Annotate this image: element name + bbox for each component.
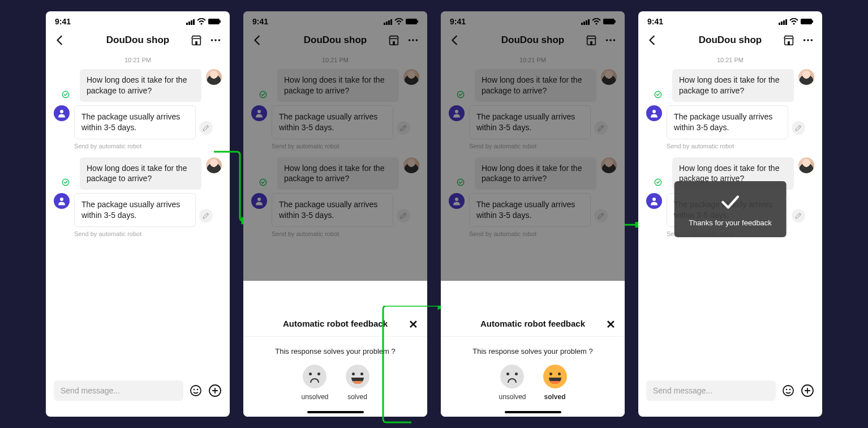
more-icon[interactable] bbox=[209, 34, 222, 46]
signal-icon bbox=[581, 18, 590, 25]
phone-screen-3: 9:41 DouDou shop 10:21 PM How long does … bbox=[441, 11, 625, 417]
status-bar: 9:41 bbox=[46, 11, 230, 29]
message-row-user: How long does it take for the package to… bbox=[449, 69, 617, 102]
feedback-icon[interactable] bbox=[792, 209, 805, 222]
user-avatar[interactable] bbox=[403, 157, 419, 173]
chat-body: 10:21 PM How long does it take for the p… bbox=[441, 54, 625, 417]
signal-icon bbox=[779, 18, 787, 25]
bot-subnote: Send by automatic robot bbox=[272, 230, 419, 237]
message-input[interactable]: Send message... bbox=[54, 380, 183, 401]
user-message-bubble: How long does it take for the package to… bbox=[277, 69, 399, 102]
user-avatar[interactable] bbox=[601, 69, 617, 85]
message-input-bar: Send message... bbox=[638, 375, 822, 417]
flow-arrow bbox=[377, 306, 445, 428]
more-icon[interactable] bbox=[407, 34, 419, 46]
bot-subnote: Send by automatic robot bbox=[469, 143, 617, 149]
feedback-icon[interactable] bbox=[397, 209, 410, 222]
bot-avatar[interactable] bbox=[646, 193, 662, 209]
battery-icon bbox=[208, 19, 221, 24]
bot-message-bubble: The package usually arrives within 3-5 d… bbox=[272, 193, 393, 227]
status-bar: 9:41 bbox=[243, 11, 427, 29]
bot-subnote: Send by automatic robot bbox=[469, 230, 617, 237]
chat-header: DouDou shop bbox=[46, 29, 230, 54]
user-avatar[interactable] bbox=[798, 69, 814, 85]
bot-avatar[interactable] bbox=[449, 105, 465, 121]
signal-icon bbox=[384, 18, 392, 25]
delivered-check-icon bbox=[259, 178, 267, 186]
feedback-icon[interactable] bbox=[397, 121, 410, 135]
user-avatar[interactable] bbox=[798, 157, 814, 173]
feedback-toast: Thanks for your feedback bbox=[674, 181, 787, 237]
battery-icon bbox=[603, 19, 616, 24]
delivered-check-icon bbox=[457, 91, 465, 99]
message-row-bot: The package usually arrives within 3-5 d… bbox=[54, 193, 222, 227]
user-message-bubble: How long does it take for the package to… bbox=[80, 69, 201, 102]
message-row-user: How long does it take for the package to… bbox=[251, 157, 419, 190]
user-avatar[interactable] bbox=[206, 69, 222, 85]
status-time: 9:41 bbox=[55, 17, 71, 26]
back-icon[interactable] bbox=[54, 34, 66, 46]
shop-icon[interactable] bbox=[783, 34, 795, 46]
shop-icon[interactable] bbox=[585, 34, 598, 46]
chat-body: 10:21 PM How long does it take for the p… bbox=[46, 54, 230, 375]
bot-message-bubble: The package usually arrives within 3-5 d… bbox=[74, 193, 196, 227]
phone-screen-1: 9:41 DouDou shop 10:21 PM How long does … bbox=[46, 11, 230, 417]
user-message-bubble: How long does it take for the package to… bbox=[277, 157, 399, 190]
more-icon[interactable] bbox=[802, 34, 814, 46]
message-row-user: How long does it take for the package to… bbox=[646, 69, 814, 102]
phone-screen-4: 9:41 DouDou shop 10:21 PM How long does … bbox=[638, 11, 822, 417]
message-row-user: How long does it take for the package to… bbox=[54, 157, 222, 190]
user-message-bubble: How long does it take for the package to… bbox=[475, 157, 596, 190]
delivered-check-icon bbox=[654, 91, 662, 99]
toast-text: Thanks for your feedback bbox=[689, 219, 772, 227]
bot-subnote: Send by automatic robot bbox=[74, 143, 222, 149]
emoji-picker-icon[interactable] bbox=[781, 384, 795, 397]
message-row-bot: The package usually arrives within 3-5 d… bbox=[449, 193, 617, 227]
attach-icon[interactable] bbox=[801, 384, 814, 397]
delivered-check-icon bbox=[62, 178, 70, 186]
wifi-icon bbox=[592, 18, 601, 25]
bot-message-bubble: The package usually arrives within 3-5 d… bbox=[469, 193, 591, 227]
more-icon[interactable] bbox=[604, 34, 617, 46]
status-time: 9:41 bbox=[647, 17, 663, 26]
message-input[interactable]: Send message... bbox=[646, 380, 776, 401]
chat-timestamp: 10:21 PM bbox=[251, 57, 419, 63]
message-row-bot: The package usually arrives within 3-5 d… bbox=[251, 193, 419, 227]
bot-message-bubble: The package usually arrives within 3-5 d… bbox=[272, 105, 393, 139]
emoji-picker-icon[interactable] bbox=[189, 384, 203, 397]
bot-subnote: Send by automatic robot bbox=[667, 143, 814, 149]
feedback-icon[interactable] bbox=[594, 209, 608, 222]
back-icon[interactable] bbox=[251, 34, 264, 46]
wifi-icon bbox=[394, 18, 403, 25]
battery-icon bbox=[406, 19, 418, 24]
chat-title: DouDou shop bbox=[501, 35, 564, 46]
feedback-icon[interactable] bbox=[792, 121, 805, 135]
user-avatar[interactable] bbox=[403, 69, 419, 85]
shop-icon[interactable] bbox=[190, 34, 203, 46]
message-row-bot: The package usually arrives within 3-5 d… bbox=[54, 105, 222, 139]
feedback-icon[interactable] bbox=[199, 209, 213, 222]
bot-avatar[interactable] bbox=[251, 193, 267, 209]
chat-header: DouDou shop bbox=[243, 29, 427, 54]
chat-timestamp: 10:21 PM bbox=[449, 57, 617, 63]
back-icon[interactable] bbox=[449, 34, 461, 46]
bot-message-bubble: The package usually arrives within 3-5 d… bbox=[667, 105, 788, 139]
shop-icon[interactable] bbox=[388, 34, 400, 46]
bot-avatar[interactable] bbox=[646, 105, 662, 121]
bot-avatar[interactable] bbox=[54, 193, 70, 209]
user-avatar[interactable] bbox=[601, 157, 617, 173]
bot-avatar[interactable] bbox=[449, 193, 465, 209]
bot-avatar[interactable] bbox=[54, 105, 70, 121]
attach-icon[interactable] bbox=[208, 384, 222, 397]
wifi-icon bbox=[789, 18, 798, 25]
message-row-user: How long does it take for the package to… bbox=[54, 69, 222, 102]
feedback-icon[interactable] bbox=[199, 121, 213, 135]
back-icon[interactable] bbox=[646, 34, 659, 46]
chat-header: DouDou shop bbox=[441, 29, 625, 54]
wifi-icon bbox=[197, 18, 206, 25]
bot-avatar[interactable] bbox=[251, 105, 267, 121]
message-row-bot: The package usually arrives within 3-5 d… bbox=[251, 105, 419, 139]
user-message-bubble: How long does it take for the package to… bbox=[672, 69, 794, 102]
message-row-bot: The package usually arrives within 3-5 d… bbox=[646, 105, 814, 139]
feedback-icon[interactable] bbox=[594, 121, 608, 135]
